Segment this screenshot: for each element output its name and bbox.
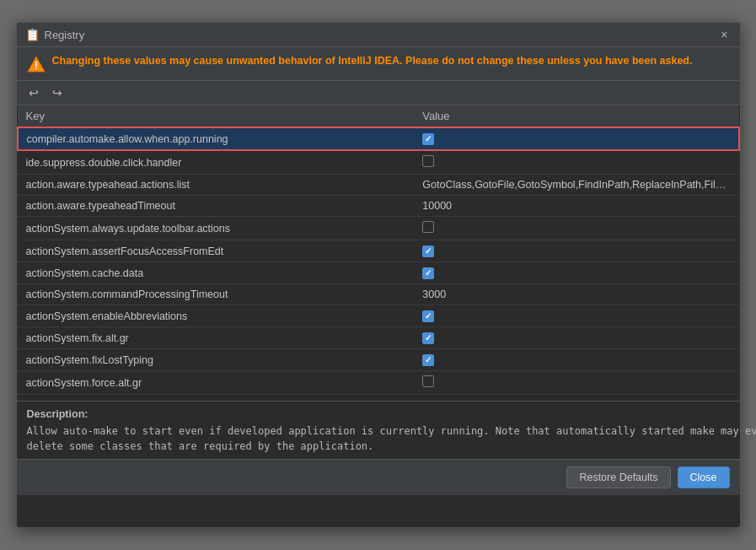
registry-value[interactable] [414,240,738,262]
registry-key: actionSystem.enableAbbreviations [18,305,415,327]
description-text: Allow auto-make to start even if develop… [27,423,730,454]
window-close-button[interactable]: × [717,29,731,40]
dialog-title: Registry [45,29,85,41]
col-header-value: Value [414,105,738,127]
registry-value: GotoClass,GotoFile,GotoSymbol,FindInPath… [414,175,738,196]
registry-key: action.aware.typeaheadTimeout [18,196,415,217]
table-row[interactable]: actionSystem.enableAbbreviations [18,305,739,327]
toolbar: ↩ ↪ [17,81,740,105]
registry-key: ide.suppress.double.click.handler [18,150,415,175]
warning-icon: ! [27,55,46,73]
table-row[interactable]: actionSystem.fixLostTyping [18,349,739,371]
table-row[interactable]: actionSystem.cache.data [18,262,739,284]
table-row[interactable]: actionSystem.force.alt.gr [18,371,739,395]
registry-key: actionSystem.cache.data [18,262,415,284]
table-row[interactable]: action.aware.typeahead.actions.listGotoC… [18,175,739,196]
title-bar: 📋 Registry × [17,23,740,47]
redo-button[interactable]: ↪ [47,84,67,101]
close-button[interactable]: Close [678,466,730,488]
table-row[interactable]: actionSystem.assertFocusAccessFromEdt [18,240,739,262]
registry-checkbox[interactable] [422,332,434,344]
registry-key: actionSystem.assertFocusAccessFromEdt [18,240,415,262]
registry-value[interactable] [414,327,738,349]
registry-key: actionSystem.fixLostTyping [18,349,415,371]
description-section: Description: Allow auto-make to start ev… [17,401,740,459]
registry-key: actionSystem.always.update.toolbar.actio… [18,217,415,240]
registry-value[interactable] [414,127,738,150]
registry-table: Key Value compiler.automake.allow.when.a… [17,105,740,395]
table-row[interactable]: ide.suppress.double.click.handler [18,150,739,175]
registry-checkbox[interactable] [422,354,434,366]
footer: Restore Defaults Close [17,459,740,495]
registry-checkbox[interactable] [422,267,434,279]
registry-value[interactable] [414,150,738,175]
table-row[interactable]: actionSystem.commandProcessingTimeout300… [18,284,739,305]
warning-bar: ! Changing these values may cause unwant… [17,47,740,81]
table-row[interactable]: actionSystem.always.update.toolbar.actio… [18,217,739,240]
registry-key: actionSystem.commandProcessingTimeout [18,284,415,305]
registry-checkbox[interactable] [422,245,434,257]
warning-text: Changing these values may cause unwanted… [52,54,693,69]
registry-checkbox[interactable] [422,133,434,145]
registry-checkbox[interactable] [422,155,434,167]
description-label: Description: [27,408,730,420]
registry-value: 3000 [414,284,738,305]
registry-table-container[interactable]: Key Value compiler.automake.allow.when.a… [17,105,740,401]
registry-checkbox[interactable] [422,221,434,233]
title-bar-left: 📋 Registry [25,28,85,41]
registry-value: 10000 [414,196,738,217]
svg-text:!: ! [35,60,38,72]
registry-key: action.aware.typeahead.actions.list [18,175,415,196]
table-row[interactable]: compiler.automake.allow.when.app.running [18,127,739,150]
table-row[interactable]: actionSystem.fix.alt.gr [18,327,739,349]
registry-checkbox[interactable] [422,310,434,322]
registry-value[interactable] [414,262,738,284]
registry-checkbox[interactable] [422,375,434,387]
registry-key: compiler.automake.allow.when.app.running [18,127,415,150]
undo-button[interactable]: ↩ [24,84,44,101]
registry-dialog: 📋 Registry × ! Changing these values may… [16,22,741,528]
registry-value[interactable] [414,305,738,327]
registry-value[interactable] [414,349,738,371]
registry-value[interactable] [414,371,738,395]
table-row[interactable]: action.aware.typeaheadTimeout10000 [18,196,739,217]
registry-key: actionSystem.force.alt.gr [18,371,415,395]
col-header-key: Key [18,105,415,127]
registry-icon: 📋 [25,28,40,41]
restore-defaults-button[interactable]: Restore Defaults [566,466,670,488]
registry-key: actionSystem.fix.alt.gr [18,327,415,349]
registry-value[interactable] [414,217,738,240]
